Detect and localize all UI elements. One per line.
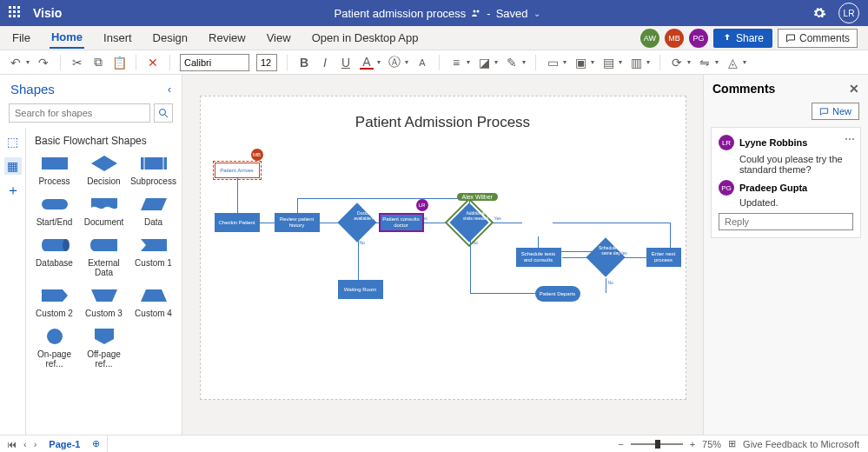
fill-color-icon[interactable]: ◪ <box>477 56 491 70</box>
chevron-down-icon[interactable]: ⌄ <box>533 9 540 18</box>
search-button[interactable] <box>154 103 173 123</box>
delete-icon[interactable]: ✕ <box>146 56 160 70</box>
more-icon[interactable]: ⋯ <box>845 133 855 145</box>
settings-icon[interactable] <box>812 6 826 20</box>
bring-front-icon[interactable]: ▤ <box>601 56 615 70</box>
shape-decision[interactable]: Decision <box>81 154 127 186</box>
shape-external-data[interactable]: External Data <box>81 236 127 277</box>
menu-insert[interactable]: Insert <box>102 28 134 48</box>
copy-icon[interactable]: ⧉ <box>91 56 105 70</box>
stencil-icon-2[interactable]: ▦ <box>4 157 22 175</box>
cut-icon[interactable]: ✂ <box>70 56 84 70</box>
canvas-area[interactable]: Patient Admission Process No Yes <box>182 75 703 435</box>
align-icon[interactable]: ≡ <box>449 56 463 70</box>
arrange-icon[interactable]: ▭ <box>546 56 560 70</box>
svg-point-2 <box>160 110 166 116</box>
shape-custom1[interactable]: Custom 1 <box>130 236 176 277</box>
node-additional-visits[interactable]: Additional visits needed <box>449 203 488 242</box>
stencil-icon-1[interactable]: ⬚ <box>4 133 22 150</box>
menu-design[interactable]: Design <box>151 28 189 48</box>
comments-button[interactable]: Comments <box>778 29 858 48</box>
share-icon <box>722 33 732 43</box>
connector <box>260 223 275 223</box>
text-highlight-icon[interactable]: Ⓐ <box>388 56 401 70</box>
menu-review[interactable]: Review <box>207 28 248 48</box>
font-size-grow-icon[interactable]: A <box>415 56 429 70</box>
node-patient-arrives[interactable]: Patient Arrives <box>215 163 260 178</box>
menu-file[interactable]: File <box>10 28 32 48</box>
font-family-input[interactable] <box>180 54 249 71</box>
drawing-canvas[interactable]: Patient Admission Process No Yes <box>200 96 686 400</box>
svg-rect-4 <box>42 157 68 170</box>
italic-icon[interactable]: I <box>318 56 332 70</box>
feedback-link[interactable]: Give Feedback to Microsoft <box>743 439 859 449</box>
fit-page-icon[interactable]: ⊞ <box>728 438 736 449</box>
page-prev-icon[interactable]: ‹ <box>23 439 27 449</box>
add-stencil-icon[interactable]: ＋ <box>4 182 22 199</box>
share-button[interactable]: Share <box>713 29 772 48</box>
shape-data[interactable]: Data <box>130 195 176 227</box>
paste-icon[interactable]: 📋 <box>112 56 126 70</box>
undo-icon[interactable]: ↶ <box>9 56 23 70</box>
shape-custom3[interactable]: Custom 3 <box>81 286 127 318</box>
app-launcher-icon[interactable] <box>9 6 23 20</box>
shape-subprocess[interactable]: Subprocess <box>130 154 176 186</box>
add-page-icon[interactable]: ⊕ <box>92 438 100 449</box>
bold-icon[interactable]: B <box>297 56 311 70</box>
coauthor-badge-lr[interactable]: LR <box>416 199 428 211</box>
node-checkin[interactable]: Checkin Patient <box>215 213 260 232</box>
line-color-icon[interactable]: ✎ <box>505 56 519 70</box>
zoom-in-icon[interactable]: + <box>690 439 695 449</box>
node-patient-departs[interactable]: Patient Departs <box>535 286 580 302</box>
user-avatar[interactable]: LR <box>838 3 859 23</box>
close-icon[interactable]: ✕ <box>849 82 859 96</box>
node-schedule-tests[interactable]: Schedule tests and consults <box>516 248 561 267</box>
page-first-icon[interactable]: ⏮ <box>7 439 17 449</box>
shape-custom4[interactable]: Custom 4 <box>130 286 176 318</box>
shape-document[interactable]: Document <box>81 195 127 227</box>
ribbon-toolbar: ↶▾ ↷ ✂ ⧉ 📋 ✕ B I U A▾ Ⓐ▾ A ≡▾ ◪▾ ✎▾ ▭▾ ▣… <box>0 50 868 75</box>
page-next-icon[interactable]: › <box>34 439 37 449</box>
document-title[interactable]: Patient admission process - Saved ⌄ <box>62 7 812 20</box>
collapse-panel-icon[interactable]: ‹ <box>168 83 171 96</box>
zoom-slider[interactable] <box>631 443 683 445</box>
font-color-icon[interactable]: A <box>360 56 374 70</box>
reply-input[interactable] <box>719 213 853 230</box>
page-tab[interactable]: Page-1 <box>43 437 85 451</box>
shape-onpage-ref[interactable]: On-page ref... <box>31 327 77 369</box>
zoom-out-icon[interactable]: − <box>618 439 623 449</box>
presence-aw[interactable]: AW <box>640 29 659 48</box>
shape-offpage-ref[interactable]: Off-page ref... <box>81 327 127 369</box>
coauthor-tag-alex[interactable]: Alex Wilber <box>457 193 498 201</box>
node-next-process[interactable]: Enter next process <box>646 248 681 267</box>
group-icon[interactable]: ▣ <box>573 56 587 70</box>
svg-marker-14 <box>141 239 167 251</box>
shape-custom2[interactable]: Custom 2 <box>31 286 77 318</box>
node-review-history[interactable]: Review patient history <box>275 213 320 232</box>
redo-icon[interactable]: ↷ <box>36 56 50 70</box>
node-consults[interactable]: Patient consults doctor <box>379 213 424 232</box>
comment-thread[interactable]: ⋯ LR Lyyne Robbins Could you please try … <box>711 127 861 238</box>
node-waiting-room[interactable]: Waiting Room <box>338 280 383 299</box>
flip-icon[interactable]: ⇋ <box>698 56 712 70</box>
effects-icon[interactable]: ◬ <box>726 56 739 70</box>
shape-startend[interactable]: Start/End <box>31 195 77 227</box>
shape-database[interactable]: Database <box>31 236 77 277</box>
shapes-search-input[interactable] <box>9 103 150 123</box>
comment-icon <box>819 107 829 116</box>
node-same-day[interactable]: Scheduled for same day? <box>586 237 625 276</box>
menu-view[interactable]: View <box>265 28 293 48</box>
menu-home[interactable]: Home <box>50 27 84 49</box>
underline-icon[interactable]: U <box>339 56 353 70</box>
reply-avatar: PG <box>719 180 734 196</box>
new-comment-button[interactable]: New <box>812 103 859 120</box>
presence-pg[interactable]: PG <box>689 29 708 48</box>
font-size-input[interactable] <box>256 54 277 71</box>
open-in-desktop[interactable]: Open in Desktop App <box>310 28 421 48</box>
rotate-icon[interactable]: ⟳ <box>670 56 684 70</box>
shape-process[interactable]: Process <box>31 154 77 186</box>
presence-mb[interactable]: MB <box>665 29 684 48</box>
send-back-icon[interactable]: ▥ <box>629 56 643 70</box>
coauthor-badge-mb[interactable]: MB <box>251 149 263 161</box>
node-doctor-available[interactable]: Doctor available? <box>337 203 376 242</box>
